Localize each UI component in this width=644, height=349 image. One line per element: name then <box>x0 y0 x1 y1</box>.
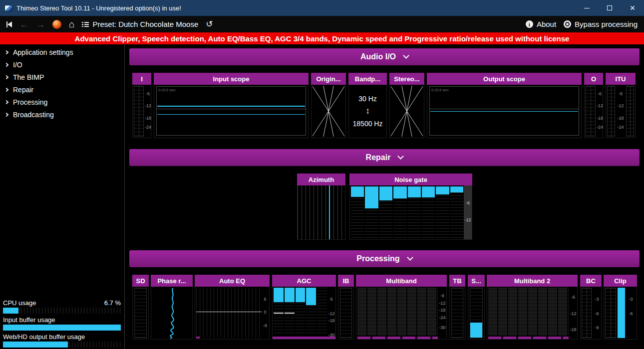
maximize-button[interactable] <box>598 0 621 16</box>
close-button[interactable]: × <box>621 0 644 16</box>
minimize-icon <box>584 8 590 8</box>
scope-time-label: 0.013 sec <box>158 88 176 92</box>
azimuth-indicator <box>329 185 330 239</box>
panel-title[interactable]: SD <box>132 275 149 287</box>
bypass-label: Bypass processing <box>575 20 638 28</box>
panel-bandpass: Bandp... 30 Hz ↕ 18500 Hz <box>348 73 387 138</box>
expand-chevron-icon <box>4 87 8 91</box>
settings-tree: Application settings I/O The BIMP Repair… <box>0 44 124 121</box>
scale-label: -18 <box>145 116 151 120</box>
cpu-usage-value: 6.7 % <box>104 299 121 307</box>
panel-stereo-separation: S... <box>468 275 485 340</box>
back-button[interactable]: ← <box>19 20 28 29</box>
scale-label: -6 <box>625 311 637 316</box>
agc-band-strip <box>273 337 335 339</box>
sidebar-item-label: Processing <box>13 98 47 106</box>
scale-label: -18 <box>438 308 446 313</box>
scale-label: -6 <box>464 200 472 205</box>
go-first-button[interactable] <box>6 21 12 27</box>
scale-label: 0 <box>261 310 269 315</box>
scale-label: -6 <box>145 92 151 96</box>
eq-zero-line <box>196 312 262 312</box>
sidebar-item-repair[interactable]: Repair <box>0 83 124 96</box>
panel-title[interactable]: Multiband <box>356 275 447 287</box>
input-level-meter: -6 -12 -18 -24 <box>132 85 151 138</box>
panel-title[interactable]: Output scope <box>427 73 582 85</box>
section-header-processing[interactable]: Processing <box>129 250 640 267</box>
panel-input-scope: Input scope 0.013 sec <box>154 73 309 138</box>
panel-title[interactable]: I <box>132 73 151 85</box>
chevron-down-icon <box>403 52 409 59</box>
chevron-down-icon <box>407 254 413 261</box>
gate-band-bar <box>408 186 421 238</box>
noise-gate-bars <box>351 186 463 238</box>
panel-itu-meter: ITU -6 -12 -18 -24 <box>606 73 636 138</box>
reload-preset-button[interactable]: ↺ <box>206 20 213 28</box>
panel-original-goniometer: Origin... <box>311 73 346 138</box>
sidebar-item-broadcasting[interactable]: Broadcasting <box>0 108 124 121</box>
sidebar-item-application-settings[interactable]: Application settings <box>0 46 124 58</box>
panel-title[interactable]: BC <box>580 275 602 287</box>
panel-clip: Clip -3 -6 <box>604 275 637 340</box>
input-buffer-label: Input buffer usage <box>3 316 55 324</box>
expand-chevron-icon <box>4 100 8 104</box>
minimize-button[interactable] <box>575 0 598 16</box>
panel-title[interactable]: Input scope <box>154 73 309 85</box>
goniometer-display <box>311 85 346 138</box>
updown-arrow-icon: ↕ <box>365 106 370 116</box>
window-controls: × <box>575 0 644 16</box>
panel-title[interactable]: Noise gate <box>349 174 472 185</box>
gate-band-bar <box>351 186 364 238</box>
agc-band-bar <box>296 288 306 336</box>
meter-scale: 6 0 -6 <box>261 287 269 339</box>
eq-columns <box>196 288 262 338</box>
waveform-left <box>157 106 305 107</box>
titlebar: Thimeo Stereo Tool 10.11 - Unregistered … <box>0 0 644 16</box>
forward-button[interactable]: → <box>36 20 45 29</box>
panel-title[interactable]: S... <box>468 275 485 287</box>
sidebar-item-the-bimp[interactable]: The BIMP <box>0 71 124 83</box>
meter-scale: -6 -12 -18 <box>569 287 577 339</box>
panel-title[interactable]: Stereo... <box>389 73 424 85</box>
stereo-separation-meter <box>468 287 485 340</box>
scale-label: -18 <box>597 116 603 120</box>
panel-title[interactable]: ITU <box>606 73 636 85</box>
meter-scale: -6 -12 -18 -24 <box>145 85 151 138</box>
panel-title[interactable]: Phase r... <box>151 275 193 287</box>
section-header-audio-io[interactable]: Audio I/O <box>129 48 640 65</box>
about-button[interactable]: i About <box>526 20 556 28</box>
expand-chevron-icon <box>4 50 8 54</box>
bypass-button[interactable]: Bypass processing <box>564 20 638 28</box>
bc-meter: -3 -6 -9 <box>580 287 602 340</box>
forward-icon: → <box>36 19 45 29</box>
home-button[interactable]: ⌂ <box>69 19 74 29</box>
goniometer-trace <box>390 85 424 138</box>
panel-title[interactable]: Auto EQ <box>195 275 270 287</box>
panel-title[interactable]: AGC <box>272 275 336 287</box>
stereo-tool-logo-icon[interactable] <box>52 20 61 29</box>
noise-gate-display: -6 -12 <box>349 185 472 240</box>
panel-agc: AGC 6 -12 -18 -30 <box>272 275 336 340</box>
panel-title[interactable]: Origin... <box>311 73 346 85</box>
maximize-icon <box>607 5 612 10</box>
section-header-repair[interactable]: Repair <box>129 149 640 166</box>
panel-title[interactable]: IB <box>338 275 354 287</box>
itu-level-meter: -6 -12 -18 -24 <box>606 85 636 138</box>
expand-chevron-icon <box>4 75 8 79</box>
panel-title[interactable]: TB <box>449 275 465 287</box>
panel-title[interactable]: Clip <box>604 275 637 287</box>
preset-button[interactable]: Preset: Dutch Chocolate Moose <box>82 20 198 28</box>
panel-title[interactable]: Bandp... <box>348 73 387 85</box>
panel-title[interactable]: Azimuth <box>297 174 345 185</box>
gate-band-bar <box>450 186 463 238</box>
scale-label: -12 <box>597 104 603 108</box>
scale-label: -6 <box>438 293 446 298</box>
panel-title[interactable]: O <box>584 73 603 85</box>
sidebar-item-io[interactable]: I/O <box>0 58 124 71</box>
panel-multiband: Multiband -6 -12 -18 -24 -30 <box>356 275 447 340</box>
panel-title[interactable]: Multiband 2 <box>487 275 578 287</box>
chevron-down-icon <box>398 153 404 160</box>
scale-label: -24 <box>597 125 603 129</box>
sidebar-item-processing[interactable]: Processing <box>0 96 124 108</box>
phase-rotator-display <box>151 287 193 340</box>
